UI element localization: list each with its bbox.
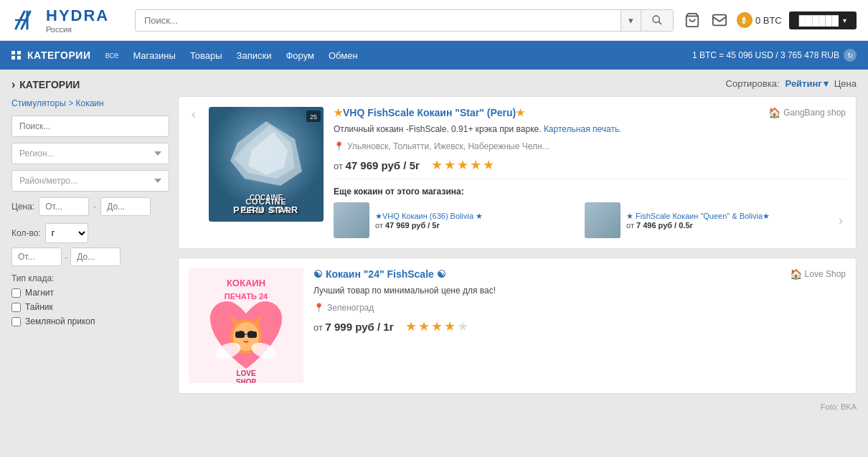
related-price-1-1: от 47 969 руб / 5г [375,221,483,230]
price-to-input[interactable] [100,197,151,216]
shop-name-2[interactable]: 🏠 Love Shop [790,268,846,280]
related-img-1-2 [585,202,621,238]
price-rating-row-2: от 7 999 руб / 1г ★ ★ ★ ★ ★ [313,319,846,334]
nav-all-link[interactable]: все [105,50,118,60]
qty-row: Кол-во: г [11,223,169,243]
search-button[interactable] [641,10,673,31]
related-item-1-1: ★VHQ Кокаин (636) Bolivia ★ от 47 969 ру… [334,202,579,238]
breadcrumb-link[interactable]: Стимуляторы > Кокаин [11,98,169,108]
price-label: Цена: [11,202,34,212]
svg-line-5 [659,22,661,24]
star-2-5: ★ [457,319,468,334]
qty-label: Кол-во: [11,228,41,238]
shop-label-1: GangBang shop [783,108,846,118]
region-select[interactable]: Регион... [11,143,169,164]
star-prefix-1: ★ [334,107,343,118]
main-container: КАТЕГОРИИ Стимуляторы > Кокаин Регион...… [0,70,868,420]
magnet-checkbox[interactable] [11,288,21,298]
sort-price[interactable]: Цена [834,78,857,89]
hydra-logo-icon [11,6,40,34]
btc-display: ₿ 0 BTC [737,12,782,28]
prev-arrow-1[interactable]: ‹ [189,107,199,238]
product-title-1[interactable]: ★VHQ FishScale Кокаин "Star" (Peru)★ [334,107,525,118]
qty-from-input[interactable] [11,248,62,266]
shop-icon-2: 🏠 [790,268,802,280]
next-arrow-related-1[interactable]: › [836,213,846,228]
district-select[interactable]: Район/метро... [11,170,169,192]
related-img-1-1 [334,202,369,238]
related-title-link-1-2[interactable]: ★ FishScale Кокаин "Queen" & Bolivia★ [626,212,770,221]
svg-text:SHOP: SHOP [236,378,257,383]
shop-name-1[interactable]: 🏠 GangBang shop [768,107,846,118]
ground-checkbox[interactable] [11,317,21,326]
nav-link-shops[interactable]: Магазины [133,50,176,61]
related-img-inner-1-1 [334,202,369,238]
qty-dash: - [65,252,67,263]
related-info-1-1: ★VHQ Кокаин (636) Bolivia ★ от 47 969 ру… [375,212,483,230]
foto-credit: Foto: BKA [178,402,857,411]
svg-text:25: 25 [310,113,317,121]
user-dropdown-arrow: ▾ [843,17,846,24]
product-desc-1: Отличный кокаин -FishScale. 0.91+ крэка … [334,123,846,136]
product-title-2[interactable]: ☯ Кокаин "24" FishScale ☯ [313,268,446,280]
sidebar-search-input[interactable] [11,116,169,137]
nav-link-exchange[interactable]: Обмен [329,50,358,61]
related-title-link-1-1[interactable]: ★VHQ Кокаин (636) Bolivia ★ [375,212,483,221]
star-2-2: ★ [418,319,430,334]
sidebar-title: КАТЕГОРИИ [11,78,169,91]
love-shop-image: КОКАИН ПЕЧАТЬ 24 [189,268,303,383]
star-2-3: ★ [431,319,443,334]
sort-label: Сортировка: [726,78,780,89]
logo-sub: Россия [46,25,109,34]
refresh-icon[interactable]: ↻ [844,49,857,62]
product-desc-2: Лучший товар по минимальной цене для вас… [313,284,846,297]
cache-option-magnet: Магнит [11,288,169,298]
cart-icon[interactable] [682,10,702,30]
location-row-1: 📍 Ульяновск, Тольятти, Ижевск, Набережны… [334,141,846,151]
navbar-right: 1 BTC = 45 096 USD / 3 765 478 RUB ↻ [692,49,857,62]
mail-icon[interactable] [709,10,730,30]
nav-link-forum[interactable]: Форум [286,50,314,61]
location-icon-2: 📍 [313,303,324,313]
ground-label: Земляной прикоп [25,316,95,326]
svg-text:COCAINE: COCAINE [250,194,283,202]
logo-area: HYDRA Россия [11,6,126,34]
location-text-1: Ульяновск, Тольятти, Ижевск, Набережные … [347,141,549,151]
nav-link-posts[interactable]: Записки [237,50,272,61]
logo-text: HYDRA Россия [46,6,109,34]
product-title-row-1: ★VHQ FishScale Кокаин "Star" (Peru)★ 🏠 G… [334,107,846,118]
price-tag-2: от 7 999 руб / 1г [313,321,394,333]
exchange-rate: 1 BTC = 45 096 USD / 3 765 478 RUB [692,50,839,60]
star-1-1: ★ [431,157,443,173]
search-input[interactable] [136,10,621,31]
tainik-checkbox[interactable] [11,303,21,312]
product-title-row-2: ☯ Кокаин "24" FishScale ☯ 🏠 Love Shop [313,268,846,280]
location-icon-1: 📍 [334,141,344,151]
related-title-1: Еще кокаин от этого магазина: [334,187,846,197]
sort-bar: Сортировка: Рейтинг ▾ Цена [178,78,857,89]
product-card-2: КОКАИН ПЕЧАТЬ 24 [178,258,857,394]
product-image-1: 25 COCAINE PERU STAR [209,107,324,222]
search-dropdown-arrow[interactable]: ▾ [621,10,641,31]
price-tag-1: от 47 969 руб / 5г [334,159,420,171]
svg-rect-26 [247,331,257,338]
price-from-input[interactable] [39,197,89,216]
nav-categories[interactable]: КАТЕГОРИИ [11,50,90,61]
grid-icon [11,51,22,60]
related-item-1-2: ★ FishScale Кокаин "Queen" & Bolivia★ от… [585,202,830,238]
price-value-2: 7 999 руб / 1г [326,321,394,333]
stars-1: ★ ★ ★ ★ ★ [431,157,494,173]
shop-icon-1: 🏠 [768,107,780,118]
star-1-2: ★ [444,157,456,173]
qty-to-input[interactable] [70,248,121,266]
navbar-left: КАТЕГОРИИ все Магазины Товары Записки Фо… [11,50,358,61]
nav-link-goods[interactable]: Товары [190,50,222,61]
svg-text:КОКАИН: КОКАИН [227,278,265,288]
sidebar: КАТЕГОРИИ Стимуляторы > Кокаин Регион...… [11,78,169,411]
stars-2: ★ ★ ★ ★ ★ [405,319,468,334]
sort-rating[interactable]: Рейтинг ▾ [786,78,829,89]
qty-unit-select[interactable]: г [45,223,88,243]
nav-links: Магазины Товары Записки Форум Обмен [133,50,357,61]
user-button[interactable]: ██████ ▾ [789,11,857,29]
star-1-5: ★ [483,157,494,173]
